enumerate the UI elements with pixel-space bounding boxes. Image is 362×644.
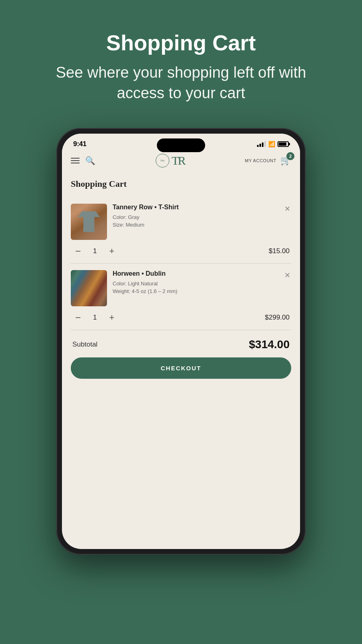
cart-badge: 2 xyxy=(286,152,294,160)
item-name-2: Horween • Dublin xyxy=(113,270,278,277)
page-title: Shopping Cart xyxy=(32,30,330,55)
battery-icon xyxy=(278,141,289,147)
phone-notch xyxy=(157,138,205,152)
cart-item-2: Horween • Dublin Color: Light Natural We… xyxy=(71,264,291,330)
qty-plus-1[interactable]: + xyxy=(106,246,117,257)
qty-value-1: 1 xyxy=(91,247,99,255)
phone-screen: 9:41 📶 xyxy=(62,134,300,549)
qty-plus-2[interactable]: + xyxy=(106,312,117,323)
page-subtitle: See where your shopping left off with ac… xyxy=(32,62,330,104)
hamburger-icon[interactable] xyxy=(71,158,80,163)
qty-value-2: 1 xyxy=(91,314,99,322)
search-icon[interactable]: 🔍 xyxy=(85,156,95,165)
cart-item: Tannery Row • T-Shirt Color: Gray Size: … xyxy=(71,197,291,264)
screen-content: Shopping Cart Tannery Row • T-Shirt Colo… xyxy=(62,172,300,549)
logo-tr: TR xyxy=(172,155,185,167)
item-close-1[interactable]: ✕ xyxy=(284,204,291,214)
my-account-link[interactable]: MY ACCOUNT xyxy=(245,158,276,163)
page-header: Shopping Cart See where your shopping le… xyxy=(0,0,362,124)
quantity-control-1: − 1 + xyxy=(72,246,117,257)
item-price-1: $15.00 xyxy=(269,247,290,255)
item-image-leather xyxy=(71,270,107,306)
logo-area: The TR xyxy=(156,154,185,167)
item-details-1: Tannery Row • T-Shirt Color: Gray Size: … xyxy=(113,204,278,228)
item-size-2: Weight: 4-5 oz (1.6 – 2 mm) xyxy=(113,288,278,294)
nav-right: MY ACCOUNT 🛒 2 xyxy=(245,155,291,166)
subtotal-row: Subtotal $314.00 xyxy=(71,330,291,357)
status-bar: 9:41 📶 xyxy=(62,134,300,151)
item-name-1: Tannery Row • T-Shirt xyxy=(113,204,278,211)
status-icons: 📶 xyxy=(257,141,289,147)
status-time: 9:41 xyxy=(73,140,86,148)
item-color-2: Color: Light Natural xyxy=(113,279,278,288)
item-color-1: Color: Gray xyxy=(113,213,278,222)
quantity-control-2: − 1 + xyxy=(72,312,117,323)
subtotal-label: Subtotal xyxy=(72,341,97,349)
cart-title: Shopping Cart xyxy=(71,179,291,189)
item-price-2: $299.00 xyxy=(265,314,290,322)
page-background: Shopping Cart See where your shopping le… xyxy=(0,0,362,644)
item-details-2: Horween • Dublin Color: Light Natural We… xyxy=(113,270,278,294)
qty-minus-1[interactable]: − xyxy=(72,246,84,257)
nav-left: 🔍 xyxy=(71,156,95,165)
phone-wrapper: 9:41 📶 xyxy=(56,128,306,555)
item-image-tshirt xyxy=(71,204,107,240)
qty-minus-2[interactable]: − xyxy=(72,312,84,323)
cart-wrapper[interactable]: 🛒 2 xyxy=(280,155,291,166)
checkout-button[interactable]: CHECKOUT xyxy=(71,357,291,379)
signal-icon xyxy=(257,141,266,147)
item-close-2[interactable]: ✕ xyxy=(284,270,291,281)
item-size-1: Size: Medium xyxy=(113,222,278,228)
subtotal-amount: $314.00 xyxy=(249,338,290,351)
nav-bar: 🔍 The TR MY ACCOUNT 🛒 2 xyxy=(62,151,300,172)
wifi-icon: 📶 xyxy=(268,141,275,147)
logo-circle: The xyxy=(156,154,169,167)
